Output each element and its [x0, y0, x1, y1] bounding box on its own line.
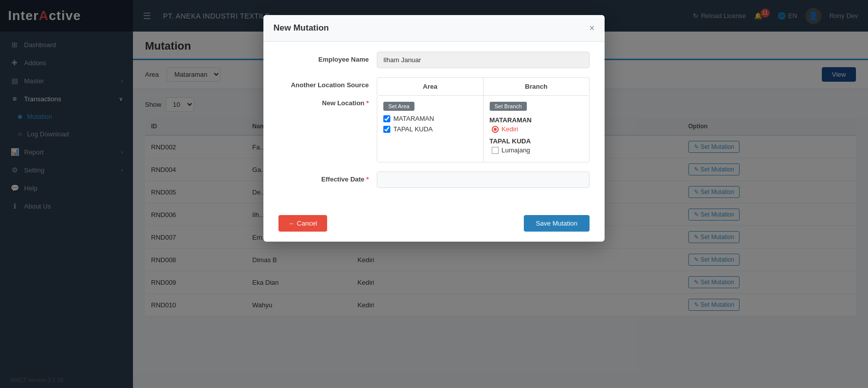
- branch-tapalkuda-subs: Lumajang: [490, 146, 584, 154]
- branch-column: Set Branch MATARAMAN Kediri TAPAL KUDA: [484, 96, 590, 162]
- branch-kediri-item: Kediri: [492, 125, 584, 133]
- employee-name-row: Employee Name: [278, 52, 590, 68]
- cancel-button[interactable]: ← Cancel: [278, 215, 327, 232]
- another-location-row: Another Location Source Area Branch: [278, 77, 590, 95]
- area-tapalkuda-label: TAPAL KUDA: [393, 125, 433, 133]
- effective-date-required: *: [366, 175, 369, 183]
- area-col-header: Area: [377, 78, 484, 95]
- modal-header: New Mutation ×: [263, 15, 605, 42]
- branch-lumajang-item: Lumajang: [492, 146, 584, 154]
- area-tapalkuda-checkbox[interactable]: [383, 126, 390, 133]
- area-mataraman-item: MATARAMAN: [383, 115, 477, 122]
- modal-footer: ← Cancel Save Mutation: [263, 207, 605, 242]
- modal-body: Employee Name Another Location Source Ar…: [263, 42, 605, 207]
- effective-date-label: Effective Date *: [278, 171, 369, 183]
- branch-col-header: Branch: [484, 78, 590, 95]
- modal-title: New Mutation: [273, 23, 329, 33]
- set-branch-button[interactable]: Set Branch: [490, 102, 527, 111]
- branch-mataraman-subs: Kediri: [490, 125, 584, 133]
- new-location-row: New Location * Set Area MATARAMAN TAPAL …: [278, 95, 590, 162]
- branch-kediri-label: Kediri: [502, 125, 518, 133]
- area-tapalkuda-item: TAPAL KUDA: [383, 125, 477, 133]
- radio-kediri[interactable]: [492, 126, 499, 133]
- location-columns: Set Area MATARAMAN TAPAL KUDA Set Branch: [377, 95, 590, 162]
- branch-tapalkuda-header: TAPAL KUDA: [490, 136, 584, 146]
- area-mataraman-label: MATARAMAN: [393, 115, 434, 122]
- set-area-button[interactable]: Set Area: [383, 102, 414, 111]
- area-column: Set Area MATARAMAN TAPAL KUDA: [377, 96, 484, 162]
- branch-lumajang-label: Lumajang: [502, 146, 530, 154]
- new-location-label: New Location *: [278, 95, 369, 107]
- effective-date-row: Effective Date *: [278, 171, 590, 188]
- branch-mataraman-header: MATARAMAN: [490, 115, 584, 125]
- employee-name-label: Employee Name: [278, 52, 369, 63]
- employee-name-input[interactable]: [377, 52, 590, 68]
- checkbox-lumajang[interactable]: [492, 147, 499, 154]
- area-mataraman-checkbox[interactable]: [383, 115, 390, 122]
- required-marker: *: [366, 99, 369, 107]
- modal-close-button[interactable]: ×: [589, 24, 595, 33]
- new-mutation-modal: New Mutation × Employee Name Another Loc…: [263, 15, 605, 242]
- modal-overlay: New Mutation × Employee Name Another Loc…: [0, 0, 868, 388]
- another-location-label: Another Location Source: [278, 77, 369, 89]
- effective-date-input[interactable]: [377, 171, 590, 188]
- save-mutation-button[interactable]: Save Mutation: [524, 215, 590, 232]
